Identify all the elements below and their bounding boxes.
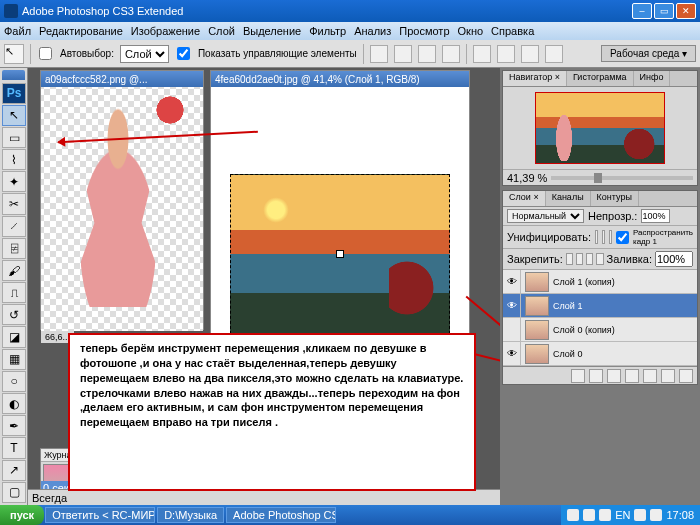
current-tool-icon[interactable]: ↖ <box>4 44 24 64</box>
autoselect-dropdown[interactable]: Слой <box>120 45 169 63</box>
start-button[interactable]: пуск <box>0 505 44 525</box>
layer-row[interactable]: 👁Слой 1 <box>503 294 697 318</box>
tab-navigator[interactable]: Навигатор × <box>503 71 567 86</box>
status-always[interactable]: Всегда <box>32 492 67 504</box>
brush-tool[interactable]: 🖌 <box>2 260 26 281</box>
doc1-title[interactable]: a09acfccc582.png @... <box>41 71 203 87</box>
type-tool[interactable]: T <box>2 437 26 458</box>
align-icon[interactable] <box>418 45 436 63</box>
group-icon[interactable] <box>643 369 657 383</box>
distribute-icon[interactable] <box>497 45 515 63</box>
tab-layers[interactable]: Слои × <box>503 191 546 206</box>
autoselect-checkbox[interactable] <box>39 47 52 60</box>
unify-icon[interactable] <box>602 230 605 244</box>
menu-file[interactable]: Файл <box>4 25 31 37</box>
tray-icon[interactable] <box>634 509 646 521</box>
language-indicator[interactable]: EN <box>615 509 630 521</box>
menu-select[interactable]: Выделение <box>243 25 301 37</box>
pen-tool[interactable]: ✒ <box>2 415 26 436</box>
lock-transparency-icon[interactable] <box>566 253 573 265</box>
taskbar-item[interactable]: Adobe Photoshop CS... <box>226 507 336 523</box>
gradient-tool[interactable]: ▦ <box>2 349 26 370</box>
tab-paths[interactable]: Контуры <box>591 191 639 206</box>
tray-icon[interactable] <box>650 509 662 521</box>
mask-icon[interactable] <box>607 369 621 383</box>
doc1-canvas[interactable] <box>41 87 203 331</box>
document-window-1[interactable]: a09acfccc582.png @... 66,6... <box>40 70 204 330</box>
blend-mode-dropdown[interactable]: Нормальный <box>507 209 584 223</box>
visibility-icon[interactable]: 👁 <box>503 342 521 366</box>
menu-layer[interactable]: Слой <box>208 25 235 37</box>
maximize-button[interactable]: ▭ <box>654 3 674 19</box>
tray-icon[interactable] <box>599 509 611 521</box>
move-tool[interactable]: ↖ <box>2 105 26 126</box>
blur-tool[interactable]: ○ <box>2 371 26 392</box>
tab-histogram[interactable]: Гистограмма <box>567 71 634 86</box>
navigator-thumb[interactable] <box>535 92 665 164</box>
opacity-input[interactable] <box>641 209 670 223</box>
zoom-slider[interactable] <box>551 176 693 180</box>
clock[interactable]: 17:08 <box>666 509 694 521</box>
taskbar-item[interactable]: Ответить < RC-МИР.... <box>45 507 155 523</box>
close-button[interactable]: ✕ <box>676 3 696 19</box>
slice-tool[interactable]: ⟋ <box>2 216 26 237</box>
link-icon[interactable] <box>571 369 585 383</box>
history-brush-tool[interactable]: ↺ <box>2 304 26 325</box>
layers-panel[interactable]: Слои × Каналы Контуры Нормальный Непрозр… <box>502 190 698 385</box>
minimize-button[interactable]: – <box>632 3 652 19</box>
align-icon[interactable] <box>394 45 412 63</box>
heal-tool[interactable]: ⍯ <box>2 238 26 259</box>
tab-info[interactable]: Инфо <box>634 71 671 86</box>
align-icon[interactable] <box>442 45 460 63</box>
menu-view[interactable]: Просмотр <box>399 25 449 37</box>
workspace-dropdown[interactable]: Рабочая среда ▾ <box>601 45 696 62</box>
lasso-tool[interactable]: ⌇ <box>2 149 26 170</box>
fx-icon[interactable] <box>589 369 603 383</box>
tray-icon[interactable] <box>567 509 579 521</box>
layer-thumb[interactable] <box>525 320 549 340</box>
dodge-tool[interactable]: ◐ <box>2 393 26 414</box>
lock-pixels-icon[interactable] <box>576 253 583 265</box>
propagate-checkbox[interactable] <box>616 231 629 244</box>
path-tool[interactable]: ↗ <box>2 460 26 481</box>
menu-analysis[interactable]: Анализ <box>354 25 391 37</box>
menu-edit[interactable]: Редактирование <box>39 25 123 37</box>
stamp-tool[interactable]: ⎍ <box>2 282 26 303</box>
navigator-panel[interactable]: Навигатор × Гистограмма Инфо 41,39 % <box>502 70 698 186</box>
lock-all-icon[interactable] <box>596 253 603 265</box>
doc2-title[interactable]: 4fea60dd2ae0t.jpg @ 41,4% (Слой 1, RGB/8… <box>211 71 469 87</box>
layer-row[interactable]: Слой 0 (копия) <box>503 318 697 342</box>
transform-handle[interactable] <box>336 250 344 258</box>
unify-icon[interactable] <box>595 230 598 244</box>
doc2-image[interactable] <box>230 174 450 334</box>
visibility-icon[interactable]: 👁 <box>503 270 521 294</box>
menu-help[interactable]: Справка <box>491 25 534 37</box>
wand-tool[interactable]: ✦ <box>2 171 26 192</box>
taskbar-item[interactable]: D:\Музыка <box>157 507 224 523</box>
menu-filter[interactable]: Фильтр <box>309 25 346 37</box>
distribute-icon[interactable] <box>521 45 539 63</box>
align-icon[interactable] <box>370 45 388 63</box>
ps-icon[interactable]: Ps <box>2 83 26 104</box>
system-tray[interactable]: EN 17:08 <box>561 505 700 525</box>
distribute-icon[interactable] <box>473 45 491 63</box>
marquee-tool[interactable]: ▭ <box>2 127 26 148</box>
new-layer-icon[interactable] <box>661 369 675 383</box>
distribute-icon[interactable] <box>545 45 563 63</box>
fill-input[interactable] <box>655 251 693 267</box>
layer-row[interactable]: 👁Слой 0 <box>503 342 697 366</box>
unify-icon[interactable] <box>609 230 612 244</box>
layer-thumb[interactable] <box>525 296 549 316</box>
zoom-value[interactable]: 41,39 % <box>507 172 547 184</box>
shape-tool[interactable]: ▢ <box>2 482 26 503</box>
crop-tool[interactable]: ✂ <box>2 193 26 214</box>
visibility-icon[interactable] <box>503 318 521 342</box>
tab-channels[interactable]: Каналы <box>546 191 591 206</box>
layer-thumb[interactable] <box>525 272 549 292</box>
adjustment-icon[interactable] <box>625 369 639 383</box>
menu-image[interactable]: Изображение <box>131 25 200 37</box>
lock-position-icon[interactable] <box>586 253 593 265</box>
tray-icon[interactable] <box>583 509 595 521</box>
layer-row[interactable]: 👁Слой 1 (копия) <box>503 270 697 294</box>
layer-thumb[interactable] <box>525 344 549 364</box>
